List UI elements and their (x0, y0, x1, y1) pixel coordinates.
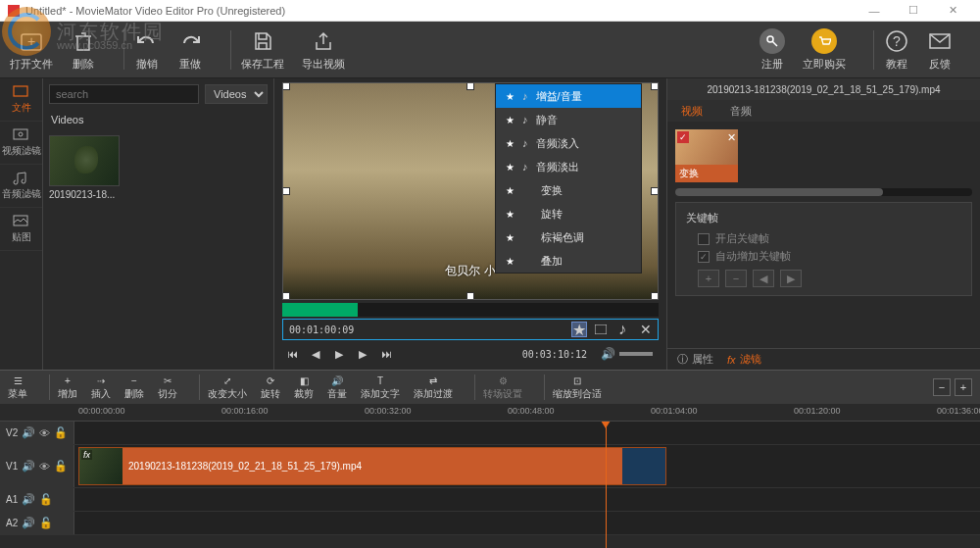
window-minimize-button[interactable]: — (855, 5, 894, 17)
rp-tab-audio[interactable]: 音频 (716, 100, 765, 122)
open-file-button[interactable]: + 打开文件 (10, 28, 53, 72)
volume-icon[interactable]: 🔊 (601, 347, 615, 361)
tl-volume-button[interactable]: 🔊音量 (327, 374, 347, 401)
ctx-item-sepia[interactable]: ★棕褐色调 (496, 225, 641, 249)
preview-scrubber[interactable] (282, 303, 659, 317)
tl-resize-button[interactable]: ⤢改变大小 (208, 374, 247, 401)
menu-icon: ☰ (9, 374, 26, 387)
enable-keyframe-checkbox[interactable] (698, 233, 710, 245)
lock-icon[interactable]: 🔓 (54, 426, 68, 439)
undo-button[interactable]: 撤销 (134, 28, 160, 72)
tl-insert-button[interactable]: ⇢插入 (91, 374, 111, 401)
prev-frame-button[interactable]: ◀ (306, 345, 325, 363)
mute-icon[interactable]: 🔊 (22, 460, 35, 473)
rp-tab-video[interactable]: 视频 (667, 100, 716, 122)
search-input[interactable] (49, 84, 199, 104)
close-filter-button[interactable]: ✕ (640, 322, 652, 337)
mute-icon[interactable]: 🔊 (22, 493, 35, 506)
preview-viewport[interactable]: 包贝尔 小 ★♪增益/音量 ★♪静音 ★♪音频淡入 ★♪音频淡出 ★变换 ★旋转… (282, 82, 659, 300)
star-icon: ★ (506, 138, 514, 149)
tl-text-button[interactable]: T添加文字 (361, 374, 400, 401)
kf-prev-button[interactable]: ◀ (753, 270, 774, 287)
resize-handle-ml[interactable] (282, 187, 290, 195)
remove-effect-icon[interactable]: ✕ (727, 131, 736, 144)
resize-handle-tr[interactable] (651, 82, 659, 90)
lock-icon[interactable]: 🔓 (39, 493, 53, 506)
filter-audio-button[interactable]: ♪ (614, 322, 630, 337)
feedback-button[interactable]: 反馈 (927, 28, 953, 72)
tl-rotate-button[interactable]: ⟳旋转 (261, 374, 280, 401)
kf-add-button[interactable]: + (698, 270, 719, 287)
category-select[interactable]: Videos (205, 84, 268, 104)
save-project-button[interactable]: 保存工程 (241, 28, 284, 72)
resize-handle-tm[interactable] (466, 82, 474, 90)
resize-handle-tl[interactable] (282, 82, 290, 90)
eye-icon[interactable]: 👁 (39, 461, 50, 473)
tl-menu-button[interactable]: ☰菜单 (8, 374, 27, 401)
redo-button[interactable]: 重做 (177, 28, 203, 72)
footer-effects-tab[interactable]: fx滤镜 (727, 352, 761, 367)
lock-icon[interactable]: 🔓 (54, 460, 68, 473)
media-thumb[interactable]: 20190213-18... (49, 135, 120, 200)
effects-scrollbar[interactable] (675, 188, 972, 196)
ctx-item-gain[interactable]: ★♪增益/音量 (496, 84, 641, 108)
track-body-v1[interactable]: fx 20190213-181238(2019_02_21_18_51_25_1… (74, 445, 980, 487)
export-video-button[interactable]: 导出视频 (302, 28, 345, 72)
filter-video-button[interactable] (593, 322, 609, 337)
footer-properties-tab[interactable]: ⓘ属性 (677, 352, 713, 367)
window-close-button[interactable]: ✕ (933, 4, 972, 17)
skip-end-button[interactable]: ⏭ (376, 345, 396, 363)
kf-remove-button[interactable]: − (725, 270, 747, 287)
tutorial-button[interactable]: ? 教程 (884, 28, 909, 72)
timeline-ruler[interactable]: 00:00:00:00 00:00:16:00 00:00:32:00 00:0… (0, 404, 980, 422)
ctx-label: 叠加 (541, 254, 563, 269)
ctx-item-rotate[interactable]: ★旋转 (496, 202, 641, 225)
timeline-clip[interactable]: fx 20190213-181238(2019_02_21_18_51_25_1… (78, 447, 666, 485)
window-maximize-button[interactable]: ☐ (894, 4, 933, 17)
tab-file[interactable]: 文件 (0, 78, 42, 122)
tl-trans-settings-button[interactable]: ⚙转场设置 (483, 374, 522, 401)
auto-keyframe-checkbox[interactable]: ✓ (698, 251, 710, 263)
tl-delete-button[interactable]: −删除 (124, 374, 144, 401)
tl-crop-button[interactable]: ◧裁剪 (294, 374, 314, 401)
ctx-item-overlay[interactable]: ★叠加 (496, 249, 641, 273)
next-frame-button[interactable]: ▶ (353, 345, 372, 363)
tab-audio-fx[interactable]: 音频滤镜 (0, 165, 42, 208)
ctx-item-fadein[interactable]: ★♪音频淡入 (496, 131, 641, 155)
mute-icon[interactable]: 🔊 (22, 517, 35, 529)
volume-slider[interactable] (619, 352, 653, 356)
tl-append-button[interactable]: +增加 (58, 374, 77, 401)
effect-chip-transform[interactable]: ✓ ✕ 变换 (675, 129, 738, 182)
eye-icon[interactable]: 👁 (39, 427, 50, 439)
delete-button[interactable]: 删除 (71, 28, 96, 72)
play-button[interactable]: ▶ (329, 345, 349, 363)
tl-cut-button[interactable]: ✂切分 (158, 374, 177, 401)
media-thumb-label: 20190213-18... (49, 189, 120, 200)
lock-icon[interactable]: 🔓 (39, 517, 53, 529)
kf-next-button[interactable]: ▶ (780, 270, 802, 287)
filter-star-button[interactable]: ★ (571, 322, 587, 337)
buy-now-button[interactable]: 立即购买 (803, 28, 846, 72)
ctx-item-mute[interactable]: ★♪静音 (496, 108, 641, 131)
track-body-a2[interactable] (74, 512, 980, 534)
zoom-in-button[interactable]: + (955, 378, 972, 396)
register-button[interactable]: 注册 (760, 28, 785, 72)
resize-handle-mr[interactable] (651, 187, 659, 195)
playhead[interactable] (606, 422, 607, 548)
resize-handle-bl[interactable] (282, 292, 290, 300)
tl-transition-button[interactable]: ⇄添加过渡 (414, 374, 453, 401)
preview-panel: 包贝尔 小 ★♪增益/音量 ★♪静音 ★♪音频淡入 ★♪音频淡出 ★变换 ★旋转… (274, 78, 666, 370)
ctx-item-transform[interactable]: ★变换 (496, 178, 641, 202)
tab-sticker[interactable]: 贴图 (0, 208, 42, 251)
resize-handle-br[interactable] (651, 292, 659, 300)
track-body-v2[interactable] (74, 422, 980, 444)
tl-fit-button[interactable]: ⊡缩放到合适 (553, 374, 602, 401)
mute-icon[interactable]: 🔊 (22, 426, 35, 439)
zoom-out-button[interactable]: − (933, 378, 951, 396)
tick: 00:00:48:00 (508, 406, 555, 416)
track-body-a1[interactable] (74, 488, 980, 511)
resize-handle-bm[interactable] (466, 292, 474, 300)
tab-video-fx[interactable]: 视频滤镜 (0, 122, 42, 165)
ctx-item-fadeout[interactable]: ★♪音频淡出 (496, 155, 641, 178)
skip-start-button[interactable]: ⏮ (282, 345, 302, 363)
